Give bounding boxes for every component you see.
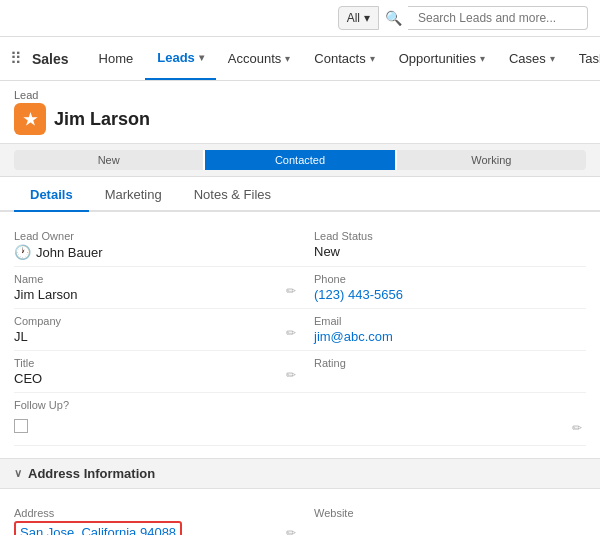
nav-items: Home Leads ▾ Accounts ▾ Contacts ▾ Oppor… — [87, 37, 600, 80]
breadcrumb: Lead — [14, 89, 586, 101]
lead-owner-value[interactable]: John Bauer — [36, 245, 103, 260]
lead-star-icon: ★ — [23, 110, 37, 129]
phone-label: Phone — [314, 273, 576, 285]
name-label: Name — [14, 273, 290, 285]
details-content: Lead Owner 🕐 John Bauer Lead Status New … — [0, 212, 600, 458]
address-label: Address — [14, 507, 290, 519]
tab-marketing[interactable]: Marketing — [89, 177, 178, 212]
nav-item-cases[interactable]: Cases ▾ — [497, 37, 567, 80]
scope-chevron-icon: ▾ — [364, 11, 370, 25]
search-input[interactable] — [408, 6, 588, 30]
address-fields-grid: Address San Jose, California 94088 ✏ Web… — [14, 501, 586, 535]
address-section-header[interactable]: ∨ Address Information — [0, 458, 600, 489]
company-label: Company — [14, 315, 290, 327]
search-scope-label: All — [347, 11, 360, 25]
email-value[interactable]: jim@abc.com — [314, 329, 576, 344]
nav-item-accounts[interactable]: Accounts ▾ — [216, 37, 302, 80]
tab-details[interactable]: Details — [14, 177, 89, 212]
address-edit-icon[interactable]: ✏ — [286, 526, 296, 535]
rating-label: Rating — [314, 357, 576, 369]
title-value: CEO — [14, 371, 290, 386]
field-email: Email jim@abc.com — [300, 309, 586, 351]
follow-up-edit-icon[interactable]: ✏ — [572, 421, 582, 435]
nav-contacts-label: Contacts — [314, 51, 365, 66]
field-website: Website — [300, 501, 586, 535]
nav-opps-label: Opportunities — [399, 51, 476, 66]
contacts-chevron-icon: ▾ — [370, 53, 375, 64]
status-step-new[interactable]: New — [14, 150, 205, 170]
top-bar: All ▾ 🔍 — [0, 0, 600, 37]
fields-grid: Lead Owner 🕐 John Bauer Lead Status New … — [14, 224, 586, 446]
tabs-bar: Details Marketing Notes & Files — [0, 177, 600, 212]
nav-leads-label: Leads — [157, 50, 195, 65]
nav-item-opportunities[interactable]: Opportunities ▾ — [387, 37, 497, 80]
cases-chevron-icon: ▾ — [550, 53, 555, 64]
lead-name: Jim Larson — [54, 109, 150, 130]
field-lead-owner: Lead Owner 🕐 John Bauer — [14, 224, 300, 267]
grid-icon[interactable]: ⠿ — [10, 49, 22, 68]
field-company: Company JL ✏ — [14, 309, 300, 351]
status-step-contacted[interactable]: Contacted — [205, 150, 396, 170]
field-title: Title CEO ✏ — [14, 351, 300, 393]
name-value: Jim Larson — [14, 287, 290, 302]
company-edit-icon[interactable]: ✏ — [286, 326, 296, 340]
follow-up-label: Follow Up? — [14, 399, 576, 411]
phone-value[interactable]: (123) 443-5656 — [314, 287, 576, 302]
nav-item-home[interactable]: Home — [87, 37, 146, 80]
search-scope-selector[interactable]: All ▾ — [338, 6, 379, 30]
field-follow-up: Follow Up? ✏ — [14, 393, 586, 446]
app-name: Sales — [32, 51, 69, 67]
leads-chevron-icon: ▾ — [199, 52, 204, 63]
lead-header: Lead ★ Jim Larson — [0, 81, 600, 144]
status-bar: New Contacted Working — [0, 144, 600, 177]
nav-bar: ⠿ Sales Home Leads ▾ Accounts ▾ Contacts… — [0, 37, 600, 81]
nav-item-leads[interactable]: Leads ▾ — [145, 37, 216, 80]
lead-icon: ★ — [14, 103, 46, 135]
address-highlight-box: San Jose, California 94088 — [14, 521, 182, 535]
field-phone: Phone (123) 443-5656 — [300, 267, 586, 309]
nav-item-tasks[interactable]: Tasks ▾ — [567, 37, 600, 80]
address-chevron-icon: ∨ — [14, 467, 22, 480]
accounts-chevron-icon: ▾ — [285, 53, 290, 64]
follow-up-row — [14, 413, 576, 439]
website-label: Website — [314, 507, 576, 519]
field-lead-status: Lead Status New — [300, 224, 586, 267]
lead-title-row: ★ Jim Larson — [14, 103, 586, 143]
nav-item-contacts[interactable]: Contacts ▾ — [302, 37, 386, 80]
field-address: Address San Jose, California 94088 ✏ — [14, 501, 300, 535]
nav-accounts-label: Accounts — [228, 51, 281, 66]
opps-chevron-icon: ▾ — [480, 53, 485, 64]
company-value: JL — [14, 329, 290, 344]
status-step-working[interactable]: Working — [397, 150, 586, 170]
lead-status-value: New — [314, 244, 576, 259]
email-label: Email — [314, 315, 576, 327]
lead-owner-label: Lead Owner — [14, 230, 290, 242]
nav-home-label: Home — [99, 51, 134, 66]
address-value[interactable]: San Jose, California 94088 — [20, 525, 176, 535]
address-section-label: Address Information — [28, 466, 155, 481]
nav-tasks-label: Tasks — [579, 51, 600, 66]
field-rating: Rating — [300, 351, 586, 393]
field-name: Name Jim Larson ✏ — [14, 267, 300, 309]
lead-status-label: Lead Status — [314, 230, 576, 242]
address-content: Address San Jose, California 94088 ✏ Web… — [0, 489, 600, 535]
title-edit-icon[interactable]: ✏ — [286, 368, 296, 382]
nav-cases-label: Cases — [509, 51, 546, 66]
owner-icon: 🕐 — [14, 244, 31, 260]
name-edit-icon[interactable]: ✏ — [286, 284, 296, 298]
follow-up-checkbox[interactable] — [14, 419, 28, 433]
search-icon: 🔍 — [385, 10, 402, 26]
tab-notes-files[interactable]: Notes & Files — [178, 177, 287, 212]
title-label: Title — [14, 357, 290, 369]
